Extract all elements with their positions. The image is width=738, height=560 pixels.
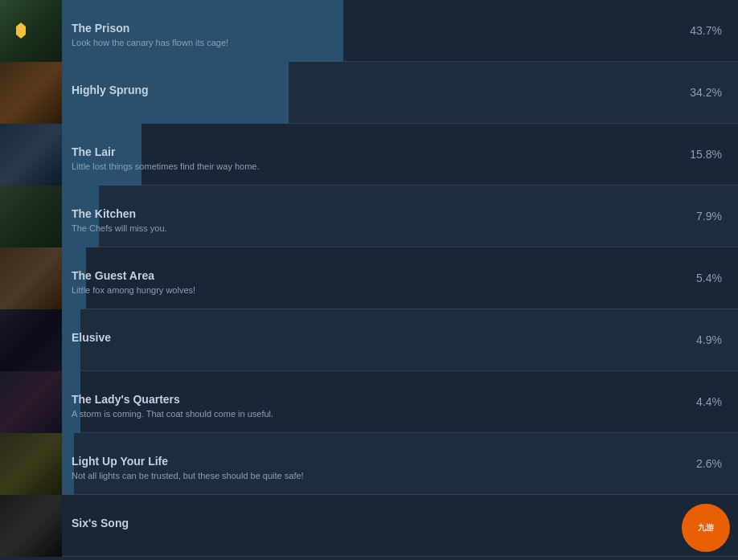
achievement-title: Light Up Your Life: [72, 454, 664, 468]
achievement-row[interactable]: Highly Sprung34.2%: [0, 62, 738, 124]
achievement-percent: 15.8%: [674, 148, 738, 161]
achievement-image-guest-area: [0, 247, 62, 309]
achievement-image-lair: [0, 124, 62, 186]
achievement-content-light-up: Light Up Your LifeNot all lights can be …: [62, 433, 674, 495]
achievement-content-guest-area: The Guest AreaLittle fox among hungry wo…: [62, 247, 674, 309]
achievement-row[interactable]: The Lady's QuartersA storm is coming. Th…: [0, 371, 738, 433]
achievement-title: Elusive: [72, 330, 664, 345]
watermark-text: 九游: [698, 523, 714, 533]
achievement-title: The Lady's Quarters: [72, 392, 664, 407]
achievement-title: Six's Song: [72, 516, 664, 530]
achievement-desc: A storm is coming. That coat should come…: [72, 408, 664, 419]
achievement-desc: The Chefs will miss you.: [72, 223, 664, 234]
achievement-percent: 7.9%: [674, 210, 738, 223]
achievement-percent: 4.4%: [674, 395, 738, 408]
achievement-row[interactable]: Six's Song: [0, 495, 738, 557]
achievement-image-ladys-quarters: [0, 371, 62, 433]
achievement-title: The Lair: [72, 145, 664, 159]
achievement-desc: Little fox among hungry wolves!: [72, 284, 664, 296]
achievement-row[interactable]: The Guest AreaLittle fox among hungry wo…: [0, 247, 738, 309]
achievement-content-elusive: Elusive: [62, 309, 674, 371]
achievement-title: The Kitchen: [72, 206, 664, 221]
achievement-percent: 5.4%: [674, 272, 738, 284]
achievement-desc: Not all lights can be trusted, but these…: [72, 470, 664, 481]
achievement-content-highly-sprung: Highly Sprung: [62, 62, 674, 124]
achievement-row[interactable]: Light Up Your LifeNot all lights can be …: [0, 433, 738, 495]
achievement-image-elusive: [0, 309, 62, 371]
achievement-image-sixs-song: [0, 495, 62, 557]
achievement-percent: 4.9%: [674, 333, 738, 346]
achievement-image-highly-sprung: [0, 62, 62, 124]
achievement-row[interactable]: Elusive4.9%: [0, 309, 738, 371]
achievement-content-prison: The PrisonLook how the canary has flown …: [62, 0, 674, 62]
achievement-row[interactable]: The LairLittle lost things sometimes fin…: [0, 124, 738, 186]
achievement-image-kitchen: [0, 186, 62, 247]
achievement-title: Highly Sprung: [72, 83, 664, 97]
achievement-image-prison: [0, 0, 62, 62]
achievement-desc: Little lost things sometimes find their …: [72, 161, 664, 172]
achievement-list: The PrisonLook how the canary has flown …: [0, 0, 738, 557]
achievement-percent: 2.6%: [674, 457, 738, 470]
achievement-image-light-up: [0, 433, 62, 495]
achievement-content-ladys-quarters: The Lady's QuartersA storm is coming. Th…: [62, 371, 674, 433]
achievement-title: The Guest Area: [72, 268, 664, 283]
achievement-row[interactable]: The KitchenThe Chefs will miss you.7.9%: [0, 186, 738, 247]
achievement-row[interactable]: The PrisonLook how the canary has flown …: [0, 0, 738, 62]
watermark-badge: 九游: [682, 504, 730, 552]
achievement-content-kitchen: The KitchenThe Chefs will miss you.: [62, 186, 674, 247]
achievement-content-lair: The LairLittle lost things sometimes fin…: [62, 124, 674, 186]
achievement-content-sixs-song: Six's Song: [62, 495, 674, 557]
achievement-percent: 43.7%: [674, 24, 738, 37]
achievement-title: The Prison: [72, 21, 664, 35]
achievement-desc: Look how the canary has flown its cage!: [72, 37, 664, 48]
achievement-percent: 34.2%: [674, 86, 738, 99]
